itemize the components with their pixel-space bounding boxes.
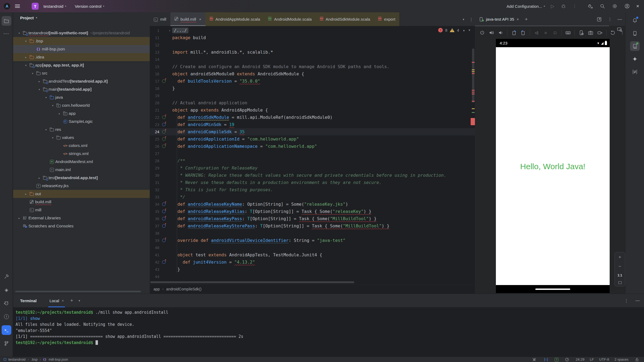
tree-item-app[interactable]: ▾app [app, app.test, app.it] bbox=[13, 61, 150, 69]
rotate-left-icon[interactable] bbox=[511, 30, 517, 36]
chevron-right-icon[interactable]: ▸ bbox=[23, 193, 29, 195]
line-ending[interactable]: LF bbox=[590, 357, 594, 361]
statusbar-breadcrumb-item[interactable]: .bsp bbox=[31, 357, 38, 361]
notifications-icon[interactable] bbox=[630, 16, 640, 25]
code-line-17[interactable]: 17↑ def buildToolsVersion = "35.0.0" bbox=[150, 77, 475, 85]
open-in-window-icon[interactable] bbox=[596, 16, 602, 23]
volume-down-icon[interactable] bbox=[498, 30, 504, 36]
tree-item-mill[interactable]: >_mill bbox=[13, 206, 150, 214]
fold-arrow-icon[interactable]: › bbox=[167, 28, 172, 32]
tree-item-androidmanifest-xml[interactable]: MAndroidManifest.xml bbox=[13, 158, 150, 166]
code-line-26[interactable]: 26↑ def androidApplicationNamespace = "c… bbox=[150, 143, 475, 150]
profiler-icon[interactable] bbox=[587, 3, 593, 9]
code-line-24[interactable]: 24↑ def androidCompileSdk = 35 bbox=[150, 128, 475, 135]
zoom-in-button[interactable]: + bbox=[619, 254, 621, 260]
tree-item-app[interactable]: ▸app bbox=[13, 109, 150, 117]
running-devices-icon[interactable] bbox=[630, 41, 640, 51]
problems-icon[interactable]: ! bbox=[2, 312, 11, 322]
tree-item-src[interactable]: ▾src bbox=[13, 69, 150, 77]
prev-problem-icon[interactable]: ▴ bbox=[463, 28, 465, 32]
tree-item-java[interactable]: ▾java bbox=[13, 93, 150, 101]
device-manager-icon[interactable] bbox=[630, 28, 640, 38]
override-gutter-icon[interactable]: ↑ bbox=[160, 210, 167, 213]
version-control-icon[interactable] bbox=[2, 339, 11, 348]
chevron-down-icon[interactable]: ▾ bbox=[16, 32, 22, 35]
code-line-20[interactable]: 20// Actual android application bbox=[150, 99, 475, 106]
code-line-37[interactable]: 37↑ def androidReleaseKeyStorePass: T[Op… bbox=[150, 222, 475, 230]
tree-item-testandroid[interactable]: ▾testandroid [mill-synthetic-root]~/proj… bbox=[13, 29, 150, 37]
override-gutter-icon[interactable]: ↑ bbox=[160, 217, 167, 220]
tree-item--bsp[interactable]: ▾.bsp bbox=[13, 37, 150, 45]
translate-icon[interactable]: T bbox=[555, 358, 558, 361]
tree-item-androidtest[interactable]: ▸androidTest [testandroid.app.it] bbox=[13, 77, 150, 85]
tree-item--idea[interactable]: ▸.idea bbox=[13, 53, 150, 61]
fit-to-window-icon[interactable] bbox=[618, 281, 622, 284]
tree-item-values[interactable]: ▾values bbox=[13, 134, 150, 142]
tree-item-main[interactable]: ▾main [testandroid.app] bbox=[13, 85, 150, 93]
code-line-13[interactable]: 13import mill.*, androidlib.*, scalalib.… bbox=[150, 49, 475, 56]
code-line-40[interactable]: 40 bbox=[150, 244, 475, 251]
more-icon[interactable]: ⋮ bbox=[608, 17, 612, 22]
code-line-38[interactable]: 38 bbox=[150, 230, 475, 237]
close-icon[interactable]: × bbox=[199, 17, 202, 21]
code-line-23[interactable]: 23↑ def androidMinSdk = 19 bbox=[150, 121, 475, 128]
override-gutter-icon[interactable]: ↑ bbox=[160, 130, 167, 134]
more-icon[interactable]: ⋮ bbox=[573, 4, 577, 9]
override-gutter-icon[interactable]: ↑ bbox=[160, 239, 167, 242]
home-indicator[interactable] bbox=[535, 289, 570, 290]
gear-icon[interactable] bbox=[612, 3, 618, 9]
code-line-11[interactable]: 11package build bbox=[150, 34, 475, 41]
display-zoom-icon[interactable] bbox=[617, 27, 623, 32]
project-tree-hscrollbar[interactable] bbox=[15, 291, 141, 292]
code-line-32[interactable]: 32 * This is just for testing purposes. bbox=[150, 186, 475, 193]
override-gutter-icon[interactable]: ↑ bbox=[160, 123, 167, 126]
more-tool-windows-icon[interactable]: ··· bbox=[2, 29, 11, 39]
emulator-screen[interactable]: 4:23 ▼ ◢ Hello, World Java! bbox=[496, 39, 610, 293]
code-line-42[interactable]: 42↑ def junit4Version = "4.13.2" bbox=[150, 258, 475, 266]
override-gutter-icon[interactable]: ↑ bbox=[160, 137, 167, 141]
chevron-right-icon[interactable]: ▸ bbox=[23, 56, 29, 59]
vcs-widget[interactable]: Version control▾ bbox=[75, 4, 104, 9]
editor-tab-androidsdkmodule-scala[interactable]: AndroidSdkModule.scala bbox=[316, 12, 374, 26]
chevron-down-icon[interactable]: ▾ bbox=[36, 88, 42, 91]
search-icon[interactable] bbox=[599, 3, 606, 9]
build-hammer-icon[interactable] bbox=[2, 272, 11, 281]
power-icon[interactable] bbox=[479, 30, 485, 36]
inspections-widget[interactable]: ! 8 4 ▴ ▾ bbox=[438, 28, 470, 32]
code-line-14[interactable]: 14 bbox=[150, 56, 475, 63]
code-line-12[interactable]: 12 bbox=[150, 41, 475, 49]
home-icon[interactable]: ○ bbox=[543, 30, 549, 36]
code-line-1[interactable]: 1›/.../ bbox=[150, 27, 475, 34]
close-icon[interactable]: × bbox=[636, 3, 639, 9]
add-tab-icon[interactable]: + bbox=[525, 16, 528, 22]
breadcrumb-item[interactable]: androidCompileSdk() bbox=[166, 287, 202, 291]
tree-item-releasekey-jks[interactable]: ?releaseKey.jks bbox=[13, 182, 150, 190]
code-line-34[interactable]: 34↑ def androidReleaseKeyName: Option[St… bbox=[150, 201, 475, 208]
tree-item-scratches-and-consoles[interactable]: Scratches and Consoles bbox=[13, 222, 150, 230]
gauge-icon[interactable] bbox=[564, 356, 570, 362]
more-icon[interactable]: ⋮ bbox=[624, 298, 628, 303]
editor-tab-androidappmodule-scala[interactable]: AndroidAppModule.scala bbox=[206, 12, 264, 26]
chevron-down-icon[interactable]: ▾ bbox=[79, 299, 80, 302]
app-quality-insights-icon[interactable]: ◈ bbox=[2, 285, 11, 295]
screen-record-icon[interactable] bbox=[597, 30, 603, 36]
compare-icon[interactable] bbox=[630, 67, 640, 77]
chevron-down-icon[interactable]: ▾ bbox=[50, 104, 56, 107]
override-gutter-icon[interactable]: ↑ bbox=[160, 224, 167, 228]
pin-disabled-icon[interactable] bbox=[531, 356, 537, 362]
tree-item-external-libraries[interactable]: ▸External Libraries bbox=[13, 214, 150, 222]
override-gutter-icon[interactable]: ↑ bbox=[160, 116, 167, 119]
main-menu-icon[interactable] bbox=[15, 5, 20, 8]
tree-item-com-helloworld[interactable]: ▾com.helloworld bbox=[13, 101, 150, 109]
code-line-29[interactable]: 29 * Configuration for ReleaseKey bbox=[150, 164, 475, 172]
code-line-27[interactable]: 27 bbox=[150, 150, 475, 157]
chevron-down-icon[interactable]: ▾ bbox=[23, 40, 29, 43]
override-gutter-icon[interactable]: ↑ bbox=[160, 79, 167, 83]
chevron-right-icon[interactable]: ▸ bbox=[57, 112, 62, 115]
keyboard-icon[interactable] bbox=[565, 30, 571, 36]
next-problem-icon[interactable]: ▾ bbox=[469, 28, 470, 32]
unlocked-icon[interactable] bbox=[634, 356, 640, 362]
close-icon[interactable]: × bbox=[517, 17, 519, 21]
encoding[interactable]: UTF-8 bbox=[599, 357, 609, 361]
code-line-44[interactable]: 44 bbox=[150, 273, 475, 280]
